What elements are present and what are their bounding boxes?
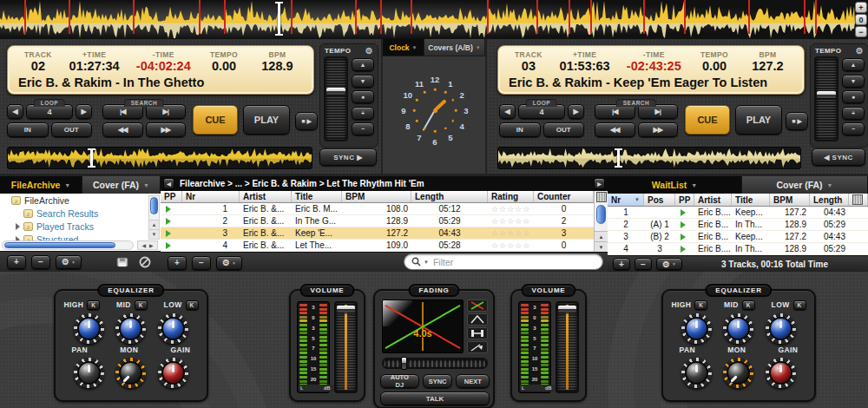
tab-cover-fa-right[interactable]: Cover (FA)▼ bbox=[742, 176, 868, 194]
kill-low-button[interactable]: K bbox=[186, 300, 199, 310]
volume-fader-handle[interactable] bbox=[558, 306, 576, 313]
loop-out-button[interactable]: OUT bbox=[51, 122, 93, 137]
deck-b-stop-play-button[interactable]: ■ ▶ bbox=[786, 112, 808, 130]
fast-forward-button[interactable]: ▶▶ bbox=[146, 122, 187, 137]
crossfade-curve-cut-icon[interactable] bbox=[467, 327, 488, 339]
pitch-up-button[interactable]: ▲ bbox=[352, 58, 374, 71]
column-header[interactable]: PP bbox=[161, 191, 182, 202]
rating-stars[interactable]: ☆☆☆☆☆ bbox=[491, 205, 530, 214]
breadcrumb[interactable]: Filearchive > ... > Eric B. & Rakim > Le… bbox=[180, 179, 589, 188]
auto-dj-button[interactable]: AUTO DJ bbox=[380, 374, 419, 388]
zoom-in-button[interactable]: + bbox=[855, 2, 867, 13]
deck-a-play-button[interactable]: PLAY bbox=[243, 105, 290, 135]
mon-knob[interactable] bbox=[723, 358, 753, 388]
gear-icon[interactable]: ⚙ bbox=[856, 46, 864, 56]
breadcrumb-forward-button[interactable]: ▶ bbox=[594, 178, 605, 189]
kill-low-button[interactable]: K bbox=[793, 300, 806, 310]
column-header[interactable]: Rating bbox=[488, 191, 534, 202]
volume-fader-handle[interactable] bbox=[337, 306, 355, 313]
add-button[interactable]: + bbox=[7, 255, 26, 269]
loop-increase-button[interactable]: ▶ bbox=[76, 104, 92, 119]
mon-knob[interactable] bbox=[115, 358, 146, 388]
rewind-button[interactable]: ◀◀ bbox=[102, 122, 143, 137]
deck-b-volume-fader[interactable] bbox=[556, 301, 579, 393]
tempo-slider-handle[interactable] bbox=[326, 88, 345, 95]
table-row[interactable]: 4Eric B. &...Let The...109.005:28☆☆☆☆☆0 bbox=[161, 240, 594, 252]
rating-stars[interactable]: ☆☆☆☆☆ bbox=[491, 229, 530, 238]
eq-mid-knob[interactable] bbox=[115, 313, 146, 344]
column-header[interactable]: Counter bbox=[534, 191, 594, 202]
deck-b-cue-button[interactable]: CUE bbox=[685, 105, 730, 135]
pitch-reset-button[interactable]: ● bbox=[352, 90, 374, 103]
pitch-down-button[interactable]: ▼ bbox=[352, 75, 374, 88]
gain-knob[interactable] bbox=[158, 358, 188, 388]
filter-search-box[interactable]: ▼ bbox=[404, 253, 603, 270]
column-header[interactable]: Artist bbox=[694, 194, 732, 206]
loop-decrease-button[interactable]: ◀ bbox=[7, 104, 23, 119]
loop-out-button[interactable]: OUT bbox=[543, 122, 585, 137]
zoom-out-button[interactable]: − bbox=[855, 26, 867, 37]
table-row[interactable]: 3Eric B. &...Keep 'E...127.204:43☆☆☆☆☆3 bbox=[161, 227, 594, 240]
table-row[interactable]: 2Eric B. &...In The G...128.905:29☆☆☆☆☆2 bbox=[161, 215, 594, 227]
kill-high-button[interactable]: K bbox=[87, 300, 100, 310]
waitlist-row[interactable]: 1Eric B....Keep...127.204:43 bbox=[608, 207, 868, 219]
column-config-icon[interactable] bbox=[852, 194, 863, 205]
deck-a-waveform-strip[interactable] bbox=[7, 147, 312, 169]
waitlist-row[interactable]: 3(B) 2Eric B...Keep...127.204:43 bbox=[608, 231, 868, 243]
column-header[interactable]: BPM bbox=[342, 191, 411, 202]
tab-waitlist[interactable]: WaitList▼ bbox=[608, 176, 742, 194]
column-header[interactable]: Nr bbox=[182, 191, 240, 202]
tree-item-played-tracks[interactable]: ♪Played Tracks bbox=[0, 220, 161, 233]
master-waveform[interactable]: + 0 − bbox=[0, 0, 868, 39]
gear-icon[interactable]: ⚙ bbox=[365, 46, 373, 56]
master-playhead[interactable] bbox=[278, 2, 280, 36]
column-header[interactable]: Title bbox=[292, 191, 342, 202]
tempo-slider-handle[interactable] bbox=[817, 91, 836, 98]
add-button[interactable]: + bbox=[168, 256, 187, 270]
deck-b-sync-button[interactable]: ◀ SYNC bbox=[812, 148, 865, 166]
loop-in-button[interactable]: IN bbox=[499, 122, 541, 137]
deck-a-playhead[interactable] bbox=[90, 148, 93, 168]
pan-knob[interactable] bbox=[681, 358, 712, 388]
eq-high-knob[interactable] bbox=[681, 313, 712, 344]
gain-knob[interactable] bbox=[766, 358, 796, 388]
sync-button[interactable]: SYNC bbox=[423, 374, 453, 388]
rating-stars[interactable]: ☆☆☆☆☆ bbox=[491, 217, 530, 226]
deck-a-stop-play-button[interactable]: ■ ▶ bbox=[295, 112, 318, 130]
deck-b-play-button[interactable]: PLAY bbox=[735, 105, 782, 135]
remove-button[interactable]: − bbox=[635, 258, 652, 270]
save-archive-icon[interactable] bbox=[114, 255, 131, 269]
settings-menu-button[interactable]: ⚙▼ bbox=[56, 255, 82, 269]
kill-high-button[interactable]: K bbox=[694, 300, 707, 310]
column-header[interactable]: Nr▼ bbox=[608, 194, 644, 206]
column-header[interactable]: Length bbox=[411, 191, 488, 202]
column-header[interactable]: BPM bbox=[770, 194, 810, 206]
breadcrumb-back-button[interactable]: ◀ bbox=[163, 178, 174, 189]
deck-a-volume-fader[interactable] bbox=[334, 301, 358, 393]
tab-clock[interactable]: Clock▼ bbox=[383, 39, 424, 56]
tree-horizontal-scrollbar[interactable] bbox=[2, 240, 134, 250]
tab-cover-fa-left[interactable]: Cover (FA)▼ bbox=[82, 176, 161, 194]
add-button[interactable]: + bbox=[613, 258, 630, 270]
scroll-down-arrow[interactable]: ▼ bbox=[595, 241, 608, 252]
pitch-reset-button[interactable]: ● bbox=[842, 90, 865, 103]
rating-stars[interactable]: ☆☆☆☆☆ bbox=[491, 241, 530, 250]
remove-button[interactable]: − bbox=[31, 255, 50, 269]
eq-low-knob[interactable] bbox=[158, 313, 188, 344]
crossfade-curve-peak-icon[interactable] bbox=[467, 313, 488, 326]
pitch-bend-plus-button[interactable]: + bbox=[352, 107, 374, 120]
tree-item-root[interactable]: ♪FileArchive bbox=[0, 194, 161, 207]
crossfade-slider-handle[interactable] bbox=[401, 357, 407, 370]
column-header[interactable]: Pos bbox=[644, 194, 675, 206]
pitch-down-button[interactable]: ▼ bbox=[842, 75, 865, 88]
fast-forward-button[interactable]: ▶▶ bbox=[638, 122, 679, 137]
loop-increase-button[interactable]: ▶ bbox=[568, 104, 584, 119]
next-button[interactable]: NEXT bbox=[456, 374, 490, 388]
waveform-canvas[interactable] bbox=[0, 0, 855, 39]
zoom-reset-button[interactable]: 0 bbox=[855, 14, 867, 25]
deck-a-sync-button[interactable]: SYNC ▶ bbox=[319, 148, 377, 166]
tab-file-archive[interactable]: FileArchive▼ bbox=[0, 176, 82, 194]
talk-button[interactable]: TALK bbox=[380, 392, 490, 405]
crossfade-curve-x-icon[interactable] bbox=[467, 299, 488, 312]
kill-mid-button[interactable]: K bbox=[135, 300, 148, 310]
